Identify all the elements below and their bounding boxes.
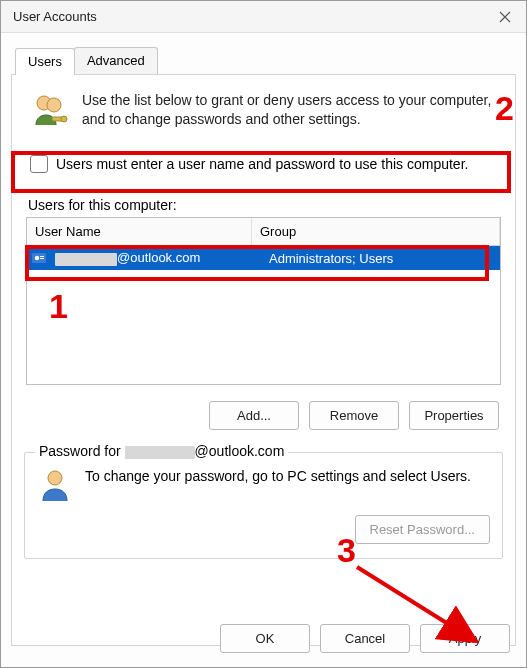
svg-rect-6	[40, 256, 44, 257]
user-avatar-icon	[37, 467, 73, 503]
cell-username: @outlook.com	[53, 250, 263, 265]
dialog-button-row: OK Cancel Apply	[220, 624, 510, 653]
close-button[interactable]	[492, 4, 518, 30]
column-username[interactable]: User Name	[27, 218, 252, 245]
user-icon	[31, 250, 47, 266]
column-group[interactable]: Group	[252, 218, 500, 245]
svg-point-5	[35, 256, 39, 260]
password-text: To change your password, go to PC settin…	[85, 467, 490, 486]
table-row[interactable]: @outlook.com Administrators; Users	[27, 246, 500, 270]
svg-rect-7	[40, 258, 44, 259]
tab-users[interactable]: Users	[15, 48, 75, 75]
user-accounts-dialog: User Accounts Users Advanced Use the lis…	[0, 0, 527, 668]
cancel-button[interactable]: Cancel	[320, 624, 410, 653]
tab-strip: Users Advanced	[15, 47, 526, 74]
svg-point-3	[61, 116, 67, 122]
tab-panel-users: Use the list below to grant or deny user…	[11, 74, 516, 646]
remove-button[interactable]: Remove	[309, 401, 399, 430]
ok-button[interactable]: OK	[220, 624, 310, 653]
users-listview[interactable]: User Name Group @outlook.com Administrat…	[26, 217, 501, 385]
require-password-label: Users must enter a user name and passwor…	[56, 156, 468, 172]
password-group-legend: Password for @outlook.com	[35, 443, 288, 459]
apply-button[interactable]: Apply	[420, 624, 510, 653]
intro-text: Use the list below to grant or deny user…	[82, 91, 497, 129]
cell-group: Administrators; Users	[269, 251, 494, 266]
intro-row: Use the list below to grant or deny user…	[24, 89, 503, 137]
require-password-row: Users must enter a user name and passwor…	[24, 145, 503, 183]
window-title: User Accounts	[13, 9, 97, 24]
add-button[interactable]: Add...	[209, 401, 299, 430]
title-bar[interactable]: User Accounts	[1, 1, 526, 33]
users-key-icon	[30, 91, 70, 131]
require-password-checkbox[interactable]	[30, 155, 48, 173]
redacted-username	[55, 253, 117, 266]
close-icon	[499, 11, 511, 23]
reset-password-button[interactable]: Reset Password...	[355, 515, 491, 544]
tab-advanced[interactable]: Advanced	[74, 47, 158, 74]
list-buttons-row: Add... Remove Properties	[24, 401, 503, 430]
svg-point-1	[47, 98, 61, 112]
properties-button[interactable]: Properties	[409, 401, 499, 430]
password-group: Password for @outlook.com To change your…	[24, 452, 503, 559]
svg-point-8	[48, 471, 62, 485]
listview-header: User Name Group	[27, 218, 500, 246]
users-list-label: Users for this computer:	[28, 197, 503, 213]
password-row: To change your password, go to PC settin…	[37, 467, 490, 503]
redacted-username	[125, 446, 195, 459]
